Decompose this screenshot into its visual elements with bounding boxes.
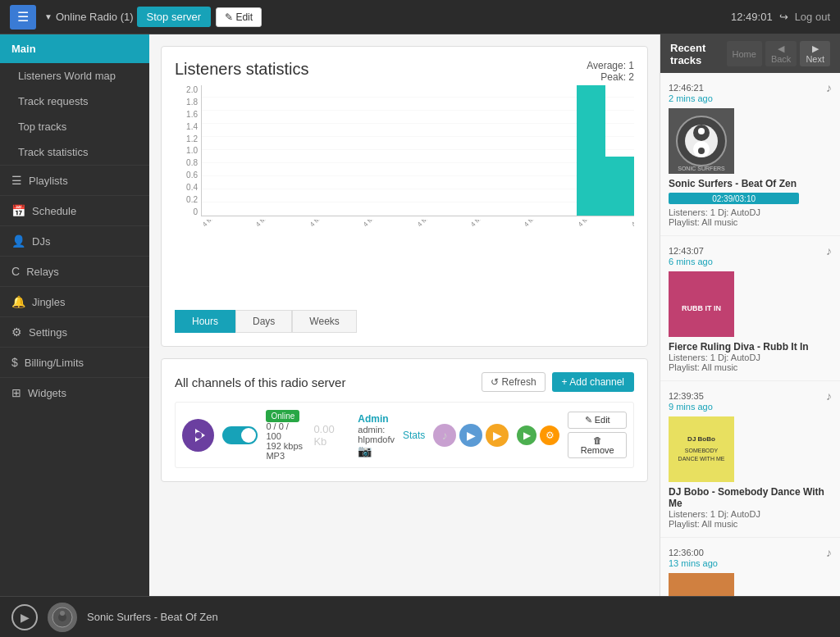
svg-point-22	[60, 611, 65, 616]
sidebar-item-schedule[interactable]: 📅 Schedule	[0, 195, 149, 225]
track-time-3: 12:39:35	[669, 391, 704, 401]
menu-button[interactable]: ☰	[10, 5, 36, 30]
track-ago-1: 2 mins ago	[669, 93, 713, 103]
back-nav-button[interactable]: ◀ Back	[765, 41, 797, 66]
track-playlist-1: Playlist: All music	[669, 217, 832, 227]
track-ago-4: 13 mins ago	[669, 558, 718, 568]
tab-label-text: Online Radio (1)	[56, 11, 134, 23]
channel-row: Online 0 / 0 / 100 192 kbps MP3 0.00 Kb	[175, 402, 634, 468]
sidebar-item-jingles[interactable]: 🔔 Jingles	[0, 286, 149, 316]
winamp-icon[interactable]: ▶	[459, 424, 482, 447]
track-playlist-2: Playlist: All music	[669, 362, 832, 372]
track-thumb-3: DJ BoBo SOMEBODY DANCE WITH ME	[669, 416, 734, 482]
svg-point-8	[698, 128, 705, 134]
sidebar-item-playlists[interactable]: ☰ Playlists	[0, 165, 149, 195]
play-small-1[interactable]: ▶	[517, 425, 536, 445]
bottom-player: ▶ Sonic Surfers - Beat Of Zen	[0, 596, 840, 637]
schedule-icon: 📅	[11, 204, 25, 217]
track-ago-3: 9 mins ago	[669, 402, 713, 412]
time-area: 12:49:01 ↪ Log out	[731, 11, 830, 23]
progress-bar-1: 02:39/03:10	[669, 193, 799, 204]
chart-x-label: 4 Mar 21:00-22:00	[577, 220, 634, 256]
itunes-icon[interactable]: ♪	[433, 424, 456, 447]
recent-tracks-header: Recent tracks Home ◀ Back ▶ Next	[660, 34, 840, 73]
billing-icon: $	[11, 356, 18, 369]
track-ago-2: 6 mins ago	[669, 257, 713, 266]
track-time-1: 12:46:21	[669, 83, 704, 93]
next-icon: ▶	[812, 43, 819, 53]
sidebar-item-relays[interactable]: C Relays	[0, 256, 149, 286]
recent-tracks-title: Recent tracks	[670, 42, 727, 66]
peak-label: Peak: 2	[587, 71, 634, 83]
widgets-icon: ⊞	[11, 386, 21, 399]
recent-nav: Home ◀ Back ▶ Next	[727, 41, 830, 66]
music-note-4: ♪	[826, 546, 832, 559]
channel-admin-area: Admin admin: hlpmdofv 📷	[358, 413, 395, 457]
svg-rect-17	[669, 573, 734, 596]
stats-link[interactable]: Stats	[403, 430, 425, 441]
track-time-2: 12:43:07	[669, 246, 704, 256]
channels-title: All channels of this radio server	[175, 375, 345, 389]
track-meta-2: Listeners: 1 Dj: AutoDJ	[669, 353, 832, 362]
sidebar-item-djs[interactable]: 👤 DJs	[0, 225, 149, 256]
track-playlist-3: Playlist: All music	[669, 519, 832, 529]
music-note-2: ♪	[826, 244, 832, 257]
track-item-2: 12:43:07 6 mins ago ♪ RUBB IT IN Fierce …	[660, 236, 840, 381]
bottom-play-button[interactable]: ▶	[11, 604, 38, 630]
tab-days[interactable]: Days	[235, 310, 292, 333]
jingles-icon: 🔔	[11, 295, 25, 308]
sidebar-item-listeners-world-map[interactable]: Listeners World map	[0, 63, 149, 89]
track-time-4: 12:36:00	[669, 548, 704, 557]
main-layout: Main Listeners World map Track requests …	[0, 34, 840, 596]
svg-text:SONIC SURFERS: SONIC SURFERS	[678, 166, 725, 171]
sidebar-main-header[interactable]: Main	[0, 34, 149, 63]
trash-icon: 🗑	[593, 435, 602, 445]
sidebar-item-track-statistics[interactable]: Track statistics	[0, 139, 149, 165]
secondary-play-icons: ▶ ⚙	[517, 425, 559, 445]
relays-icon: C	[11, 265, 20, 278]
music-note-1: ♪	[826, 81, 832, 94]
tab-hours[interactable]: Hours	[175, 310, 235, 333]
tab-dropdown[interactable]: ▼ Online Radio (1)	[44, 11, 134, 23]
channels-header: All channels of this radio server ↺ Refr…	[175, 372, 634, 392]
online-badge: Online	[266, 410, 299, 422]
play-small-2[interactable]: ⚙	[540, 425, 559, 445]
edit-icon: ✎	[225, 11, 233, 23]
caret-icon: ▼	[44, 12, 52, 21]
admin-link[interactable]: Admin	[358, 413, 395, 425]
channel-edit-button[interactable]: ✎ Edit	[568, 412, 627, 429]
track-item-4: 12:36:00 13 mins ago ♪ THE KLF The KLF	[660, 538, 840, 596]
topbar: ☰ ▼ Online Radio (1) Stop server ✎ Edit …	[0, 0, 840, 34]
sidebar-item-widgets[interactable]: ⊞ Widgets	[0, 377, 149, 407]
refresh-button[interactable]: ↺ Refresh	[482, 372, 546, 392]
edit-button[interactable]: ✎ Edit	[216, 7, 262, 27]
play-icons: ♪ ▶ ▶	[433, 424, 509, 447]
sidebar-item-settings[interactable]: ⚙ Settings	[0, 316, 149, 347]
sidebar-item-billing[interactable]: $ Billing/Limits	[0, 347, 149, 377]
add-channel-button[interactable]: + Add channel	[552, 372, 634, 392]
track-name-3: DJ Bobo - Somebody Dance With Me	[669, 486, 832, 509]
right-panel: Recent tracks Home ◀ Back ▶ Next 12:46:2…	[660, 34, 840, 596]
refresh-icon: ↺	[491, 376, 499, 388]
stop-server-button[interactable]: Stop server	[137, 7, 211, 27]
sidebar-item-top-tracks[interactable]: Top tracks	[0, 114, 149, 139]
channel-action-buttons: ✎ Edit 🗑 Remove	[568, 412, 627, 458]
bottom-track-name: Sonic Surfers - Beat Of Zen	[87, 611, 218, 623]
track-item-3: 12:39:35 9 mins ago ♪ DJ BoBo SOMEBODY D…	[660, 381, 840, 538]
channel-size: 0.00 Kb	[313, 423, 349, 448]
channel-remove-button[interactable]: 🗑 Remove	[568, 432, 627, 458]
sidebar: Main Listeners World map Track requests …	[0, 34, 149, 596]
bottom-album-art	[48, 603, 77, 632]
channel-toggle[interactable]	[222, 426, 258, 444]
home-nav-button[interactable]: Home	[727, 41, 762, 66]
tab-weeks[interactable]: Weeks	[292, 310, 356, 333]
svg-text:DJ BoBo: DJ BoBo	[687, 435, 715, 443]
vlc-icon[interactable]: ▶	[486, 424, 509, 447]
logout-button[interactable]: Log out	[795, 11, 830, 23]
sidebar-item-track-requests[interactable]: Track requests	[0, 89, 149, 114]
track-name-2: Fierce Ruling Diva - Rubb It In	[669, 341, 832, 353]
chart-tabs: Hours Days Weeks	[175, 310, 634, 333]
djs-icon: 👤	[11, 234, 25, 248]
music-note-3: ♪	[826, 389, 832, 403]
next-nav-button[interactable]: ▶ Next	[800, 41, 830, 66]
